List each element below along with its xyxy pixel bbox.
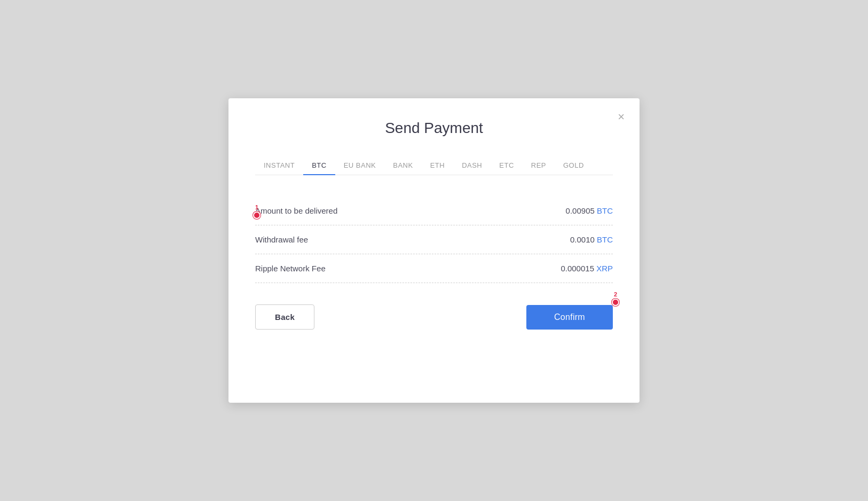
- amount-delivered-row: 1 Amount to be delivered 0.00905 BTC: [255, 197, 613, 225]
- modal-overlay: × Send Payment INSTANT BTC EU BANK BANK …: [0, 0, 868, 501]
- tab-eu-bank[interactable]: EU BANK: [335, 156, 385, 175]
- withdrawal-fee-row: Withdrawal fee 0.0010 BTC: [255, 225, 613, 254]
- ripple-fee-row: Ripple Network Fee 0.000015 XRP: [255, 254, 613, 283]
- withdrawal-fee-currency: BTC: [597, 235, 613, 244]
- withdrawal-fee-label: Withdrawal fee: [255, 235, 308, 244]
- ripple-fee-value: 0.000015 XRP: [561, 264, 613, 273]
- close-button[interactable]: ×: [616, 109, 627, 125]
- fee-rows: 1 Amount to be delivered 0.00905 BTC Wit…: [255, 197, 613, 283]
- tab-dash[interactable]: DASH: [453, 156, 491, 175]
- amount-delivered-value: 0.00905 BTC: [566, 206, 613, 215]
- ripple-fee-label: Ripple Network Fee: [255, 264, 326, 273]
- amount-delivered-label: Amount to be delivered: [255, 206, 337, 215]
- amount-delivered-currency: BTC: [597, 206, 613, 215]
- tab-bank[interactable]: BANK: [384, 156, 421, 175]
- modal-dialog: × Send Payment INSTANT BTC EU BANK BANK …: [228, 98, 640, 403]
- marker-2-number: 2: [614, 291, 617, 298]
- ripple-fee-currency: XRP: [596, 264, 613, 273]
- marker-2-dot: [612, 299, 619, 306]
- tabs-container: INSTANT BTC EU BANK BANK ETH DASH ETC RE…: [255, 156, 613, 175]
- tab-instant[interactable]: INSTANT: [255, 156, 303, 175]
- modal-title: Send Payment: [255, 120, 613, 137]
- back-button[interactable]: Back: [255, 304, 314, 330]
- confirm-wrapper: 2 Confirm: [526, 305, 613, 330]
- tab-eth[interactable]: ETH: [422, 156, 454, 175]
- tab-gold[interactable]: GOLD: [555, 156, 593, 175]
- marker-2: 2: [612, 291, 619, 306]
- confirm-button[interactable]: Confirm: [526, 305, 613, 330]
- action-row: Back 2 Confirm: [255, 304, 613, 330]
- tab-btc[interactable]: BTC: [303, 156, 335, 175]
- withdrawal-fee-value: 0.0010 BTC: [570, 235, 613, 244]
- tab-rep[interactable]: REP: [523, 156, 555, 175]
- tab-etc[interactable]: ETC: [491, 156, 523, 175]
